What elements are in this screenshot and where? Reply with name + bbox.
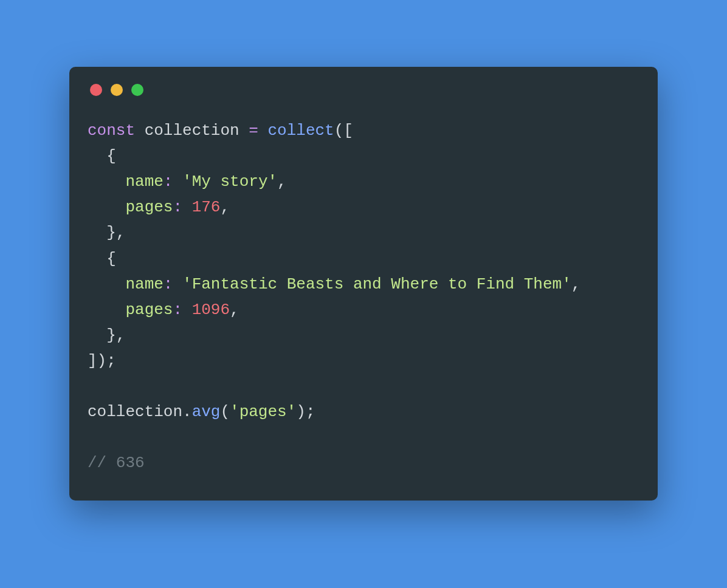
keyword-const: const	[88, 121, 135, 140]
brace-open: {	[106, 250, 116, 268]
brace-close: },	[106, 326, 125, 344]
property-pages: pages	[125, 301, 173, 319]
dot: .	[182, 403, 192, 421]
code-line: {	[88, 147, 116, 165]
code-line: pages: 176,	[88, 198, 230, 216]
code-line: ]);	[88, 352, 116, 370]
paren-close: );	[296, 403, 315, 421]
property-name: name	[125, 173, 163, 191]
space	[182, 301, 192, 319]
identifier-collection: collection	[88, 403, 182, 421]
code-line: collection.avg('pages');	[88, 403, 315, 421]
indent	[88, 224, 106, 242]
string-literal: 'My story'	[182, 173, 277, 191]
indent	[88, 275, 125, 293]
function-collect: collect	[267, 121, 334, 140]
code-line: {	[88, 250, 116, 268]
number-literal: 1096	[192, 301, 230, 319]
comment-result: // 636	[88, 454, 145, 472]
stage: const collection = collect([ { name: 'My…	[0, 0, 727, 588]
property-name: name	[125, 275, 163, 293]
string-literal: 'Fantastic Beasts and Where to Find Them…	[182, 275, 571, 293]
number-literal: 176	[192, 198, 221, 216]
code-line: },	[88, 224, 125, 242]
traffic-light-minimize-icon[interactable]	[111, 84, 123, 96]
identifier-collection: collection	[145, 121, 239, 140]
method-avg: avg	[192, 403, 221, 421]
window-traffic-lights	[88, 84, 639, 96]
code-line: pages: 1096,	[88, 301, 239, 319]
traffic-light-zoom-icon[interactable]	[131, 84, 143, 96]
code-line: name: 'My story',	[88, 173, 287, 191]
brace-open: {	[106, 147, 116, 165]
space	[173, 173, 182, 191]
code-line: },	[88, 326, 125, 344]
indent	[88, 250, 106, 268]
code-line: const collection = collect([	[88, 121, 353, 140]
operator-equals: =	[249, 121, 258, 140]
colon: :	[164, 275, 173, 293]
close-collect: ]);	[88, 352, 116, 370]
paren-open: (	[220, 403, 230, 421]
indent	[88, 173, 125, 191]
code-line: // 636	[88, 454, 145, 472]
string-literal: 'pages'	[230, 403, 296, 421]
space	[182, 198, 192, 216]
punct-open: ([	[334, 121, 353, 140]
indent	[88, 147, 106, 165]
code-line: name: 'Fantastic Beasts and Where to Fin…	[88, 275, 581, 293]
space	[135, 121, 145, 140]
colon: :	[164, 173, 173, 191]
colon: :	[173, 301, 182, 319]
traffic-light-close-icon[interactable]	[90, 84, 102, 96]
space	[173, 275, 182, 293]
indent	[88, 198, 125, 216]
indent	[88, 326, 106, 344]
comma: ,	[230, 301, 239, 319]
brace-close: },	[106, 224, 125, 242]
space	[258, 121, 268, 140]
code-block: const collection = collect([ { name: 'My…	[88, 118, 639, 476]
indent	[88, 301, 125, 319]
property-pages: pages	[125, 198, 173, 216]
colon: :	[173, 198, 182, 216]
code-window: const collection = collect([ { name: 'My…	[69, 67, 658, 501]
comma: ,	[571, 275, 581, 293]
comma: ,	[220, 198, 230, 216]
comma: ,	[277, 173, 287, 191]
space	[239, 121, 249, 140]
